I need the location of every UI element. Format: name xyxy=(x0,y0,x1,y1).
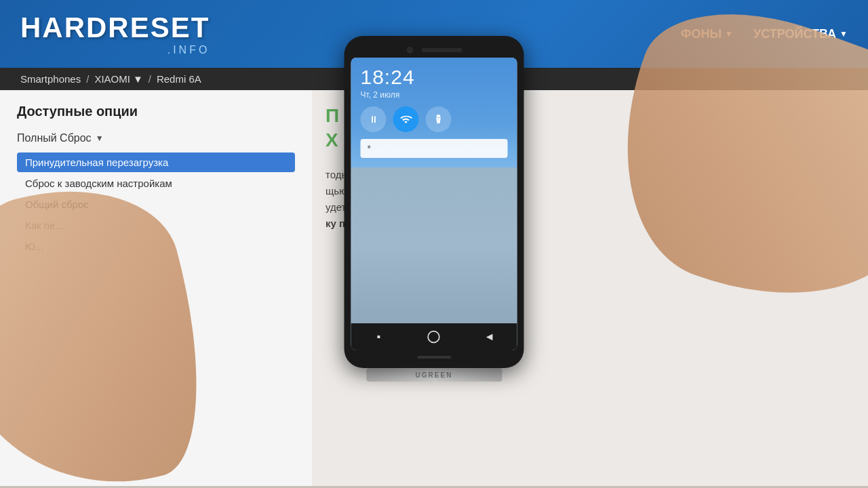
breadcrumb-sep-1: / xyxy=(86,73,89,85)
search-star: * xyxy=(368,143,371,154)
nav-btn-home[interactable] xyxy=(426,329,442,345)
dropdown-text: Полный Сброс xyxy=(17,132,92,144)
breadcrumb-smartphones[interactable]: Smartphones xyxy=(20,73,81,85)
quick-controls: ⏸ xyxy=(361,106,508,132)
sidebar-dropdown: Полный Сброс ▼ xyxy=(17,129,295,147)
dropdown-caret: ▼ xyxy=(96,134,104,143)
menu-item-forced-reboot[interactable]: Принудительная перезагрузка xyxy=(17,152,295,172)
phone-date: Чт, 2 июля xyxy=(361,90,508,100)
logo-main-text: HARDRESET xyxy=(20,12,210,44)
menu-item-factory-reset[interactable]: Сброс к заводским настройкам xyxy=(17,174,295,193)
heading-line1: П xyxy=(326,105,339,126)
dropdown-label[interactable]: Полный Сброс ▼ xyxy=(17,129,295,147)
breadcrumb-xiaomi-label: XIAOMI xyxy=(94,73,130,85)
phone-outer: 18:24 Чт, 2 июля ⏸ xyxy=(344,36,524,368)
breadcrumb-xiaomi-arrow: ▼ xyxy=(133,73,143,85)
control-flashlight[interactable] xyxy=(426,106,452,132)
phone-speaker xyxy=(421,48,462,52)
breadcrumb-sep-2: / xyxy=(149,73,151,85)
sidebar-title: Доступные опции xyxy=(17,104,295,119)
control-wifi[interactable] xyxy=(393,106,419,132)
phone-stand: UGREEN xyxy=(366,368,502,382)
breadcrumb-redmi[interactable]: Redmi 6A xyxy=(157,73,201,85)
phone-camera xyxy=(406,47,413,54)
phone-screen: 18:24 Чт, 2 июля ⏸ xyxy=(351,58,517,350)
svg-point-0 xyxy=(429,331,440,343)
phone-search-bar[interactable]: * xyxy=(361,139,508,158)
menu-item-forced-reboot-label: Принудительная перезагрузка xyxy=(25,157,168,168)
stand-brand: UGREEN xyxy=(416,371,453,379)
phone-screen-top: 18:24 Чт, 2 июля ⏸ xyxy=(351,58,517,167)
nav-btn-back[interactable]: ◄ xyxy=(481,329,498,345)
phone-top-bar xyxy=(351,43,517,58)
nav-devices-arrow: ▼ xyxy=(840,29,848,39)
phone-mockup-container: 18:24 Чт, 2 июля ⏸ xyxy=(344,36,524,382)
phone-screen-mid xyxy=(351,167,517,323)
heading-line2: Х xyxy=(326,129,338,150)
phone-bottom-bar xyxy=(351,350,517,361)
site-logo[interactable]: HARDRESET .INFO xyxy=(20,12,210,56)
logo-sub-text: .INFO xyxy=(20,44,210,56)
phone-bottom-nav: ▪ ◄ xyxy=(351,323,517,350)
phone-time: 18:24 xyxy=(361,66,508,89)
breadcrumb-xiaomi[interactable]: XIAOMI ▼ xyxy=(94,73,142,85)
menu-item-factory-reset-label: Сброс к заводским настройкам xyxy=(25,178,172,189)
main-content: Доступные опции Полный Сброс ▼ Принудите… xyxy=(0,90,868,486)
nav-btn-recent[interactable]: ▪ xyxy=(370,329,387,345)
control-pause[interactable]: ⏸ xyxy=(361,106,387,132)
phone-home-indicator xyxy=(417,356,451,359)
